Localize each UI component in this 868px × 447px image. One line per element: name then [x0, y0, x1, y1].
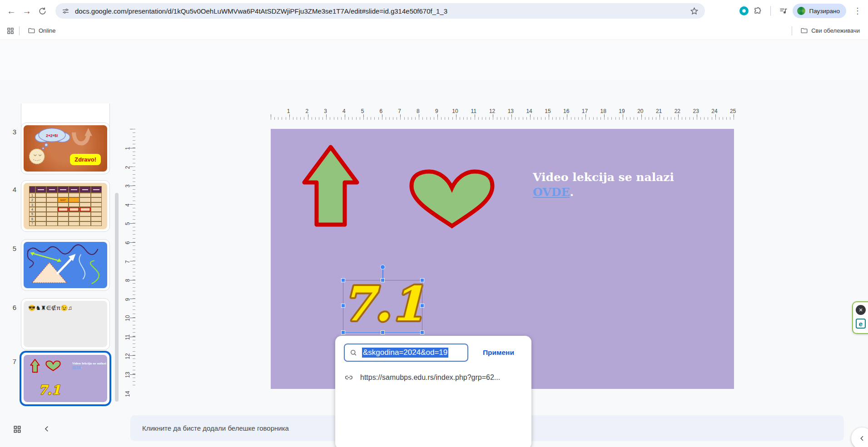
- mini-table-header-cell: [35, 186, 46, 193]
- resize-handle-se[interactable]: [420, 330, 424, 334]
- grid-view-icon[interactable]: [13, 425, 22, 434]
- speaker-notes-placeholder: Кликните да бисте додали белешке говорни…: [142, 424, 289, 432]
- all-bookmarks-button[interactable]: Сви обележивачи: [797, 27, 863, 34]
- mini-table-cell: [58, 212, 69, 216]
- close-icon[interactable]: ✕: [856, 305, 866, 315]
- mini-table-header-cell: [29, 186, 35, 193]
- mini-table-cell: [58, 216, 69, 221]
- slide-thumbnail-6[interactable]: 😎♞♜∈∉π😉♫: [21, 298, 110, 350]
- heart-shape[interactable]: [408, 168, 496, 229]
- vruler-number: 9: [124, 296, 131, 303]
- resize-handle-sw[interactable]: [341, 330, 345, 334]
- hruler-number: 4: [342, 108, 346, 114]
- slide6-emoji-text: 😎♞♜∈∉π😉♫: [24, 301, 107, 347]
- link-dialog: &skgodina=2024&od=19 Примени https://sam…: [335, 336, 531, 447]
- mini-table-cell: [69, 212, 79, 216]
- extension-teal-icon[interactable]: [739, 6, 749, 15]
- hruler-number: 20: [637, 108, 643, 114]
- extension-e-icon[interactable]: e: [856, 319, 866, 329]
- link-suggestion[interactable]: https://samubps.edu.rs/index.php?grp=62.…: [344, 368, 526, 387]
- all-bookmarks-label: Сви обележивачи: [811, 27, 860, 34]
- mini-schedule-table: 12МАТ34567: [29, 186, 102, 226]
- mini-table-cell: [79, 221, 90, 226]
- browser-menu-icon[interactable]: ⋮: [851, 6, 864, 16]
- mini-table-cell: [69, 207, 79, 211]
- mini-table-cell: [91, 207, 102, 211]
- vruler-number: 6: [124, 240, 131, 246]
- address-bar[interactable]: docs.google.com/presentation/d/1kQu5v0Oe…: [55, 3, 705, 19]
- link-search-input[interactable]: &skgodina=2024&od=19: [344, 344, 468, 362]
- bookmark-label: Online: [39, 27, 56, 34]
- slide-thumbnail-5[interactable]: [21, 239, 110, 291]
- bookmark-folder-online[interactable]: Online: [24, 27, 60, 34]
- hruler-number: 7: [398, 108, 401, 114]
- mini-table-cell: [46, 216, 57, 221]
- mini-table-cell: [69, 193, 79, 197]
- resize-handle-e[interactable]: [420, 304, 424, 308]
- slide3-greeting: Zdravo!: [70, 154, 101, 165]
- apps-grid-icon[interactable]: [6, 27, 15, 35]
- media-controls-icon[interactable]: [779, 6, 788, 15]
- slide-thumbnail-7-selected[interactable]: Video lekcija se nalazi OVDE. 7.1: [20, 351, 111, 406]
- thought-cloud-text: 2+2=5!: [46, 133, 58, 138]
- resize-handle-s[interactable]: [381, 330, 385, 334]
- mini-table-header-cell: [46, 186, 57, 193]
- slide-thumbnail-4[interactable]: 12МАТ34567: [21, 180, 110, 232]
- slide-number: 7: [6, 358, 16, 365]
- resize-handle-ne[interactable]: [420, 278, 424, 282]
- separator: [19, 26, 20, 35]
- collapse-filmstrip-icon[interactable]: [43, 425, 51, 433]
- mini-table-cell: [35, 221, 46, 226]
- forward-icon[interactable]: →: [19, 3, 35, 19]
- mini-table-cell: [46, 221, 57, 226]
- browser-toolbar: ← → docs.google.com/presentation/d/1kQu5…: [0, 0, 868, 22]
- mini-table-cell: [46, 207, 57, 211]
- filmstrip-scrollbar[interactable]: [115, 193, 119, 402]
- video-lesson-text[interactable]: Video lekcija se nalazi OVDE.: [533, 170, 674, 200]
- mini-table-row: 7: [29, 221, 102, 226]
- rotation-handle[interactable]: [380, 265, 385, 270]
- selection-box[interactable]: [343, 280, 422, 333]
- mini-table-header-cell: [69, 186, 79, 193]
- resize-handle-w[interactable]: [341, 304, 345, 308]
- hruler-number: 2: [305, 108, 308, 114]
- mini-table-cell: [91, 197, 102, 202]
- vruler-number: 4: [124, 202, 131, 208]
- mini-table-header-cell: [91, 186, 102, 193]
- slide-number: 3: [6, 128, 16, 136]
- mini-table-cell: [91, 202, 102, 207]
- arrow-shape[interactable]: [298, 142, 363, 229]
- sidebar-expand-button[interactable]: [851, 427, 868, 447]
- hruler-number: 25: [730, 108, 736, 114]
- resize-handle-nw[interactable]: [341, 278, 345, 282]
- hruler-number: 23: [693, 108, 699, 114]
- mini-table-cell: [79, 193, 90, 197]
- extensions-puzzle-icon[interactable]: [753, 6, 762, 15]
- site-info-icon[interactable]: [62, 7, 69, 15]
- back-icon[interactable]: ←: [4, 3, 19, 19]
- vruler-number: 2: [124, 164, 131, 171]
- paused-button[interactable]: Паузирано: [793, 4, 846, 18]
- hruler-number: 24: [711, 108, 717, 114]
- resize-handle-n[interactable]: [381, 278, 385, 282]
- hruler-number: 9: [435, 108, 438, 114]
- apply-button[interactable]: Примени: [483, 349, 514, 357]
- hruler-number: 10: [452, 108, 458, 114]
- mini-table-cell: 5: [29, 212, 35, 216]
- bookmark-star-icon[interactable]: [690, 7, 699, 15]
- hruler-number: 17: [582, 108, 588, 114]
- url-text: docs.google.com/presentation/d/1kQu5v0Oe…: [75, 7, 690, 15]
- mini-table-row: 6: [29, 216, 102, 221]
- mini-table-row: 3: [29, 202, 102, 207]
- hruler-number: 13: [508, 108, 514, 114]
- mini-table-cell: 3: [29, 202, 35, 207]
- hruler-number: 5: [361, 108, 364, 114]
- vruler-number: 7: [124, 259, 131, 265]
- hruler-number: 11: [471, 108, 476, 114]
- mini-table-cell: [69, 221, 79, 226]
- mini-table-cell: [35, 193, 46, 197]
- slide-thumbnail-3[interactable]: 2+2=5! Zdravo!: [21, 123, 110, 174]
- reload-icon[interactable]: [35, 3, 50, 19]
- link-search-value: &skgodina=2024&od=19: [362, 348, 448, 358]
- ovde-link[interactable]: OVDE: [533, 186, 570, 199]
